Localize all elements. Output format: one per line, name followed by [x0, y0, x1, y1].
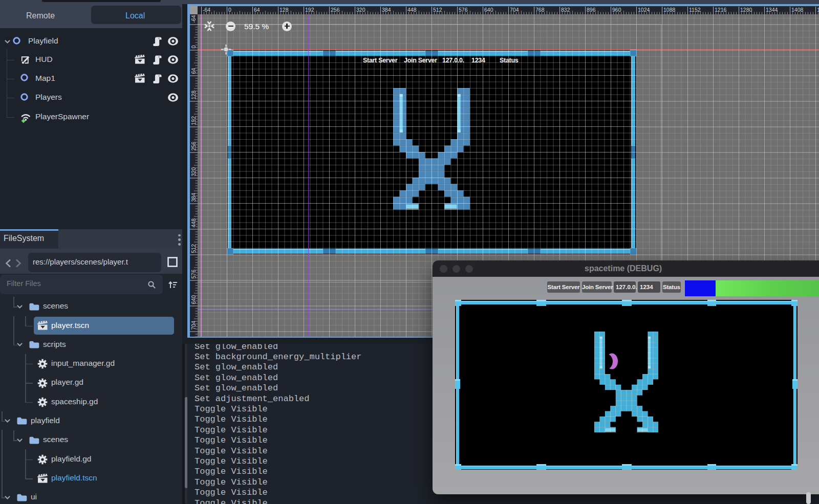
svg-text:-64: -64: [190, 15, 197, 23]
svg-text:960: 960: [612, 7, 621, 13]
svg-text:0: 0: [228, 7, 231, 13]
svg-text:640: 640: [484, 7, 493, 13]
svg-text:64: 64: [190, 68, 197, 74]
svg-text:1472: 1472: [817, 7, 819, 13]
svg-text:256: 256: [331, 7, 340, 13]
svg-text:576: 576: [190, 269, 197, 278]
svg-text:1280: 1280: [740, 7, 752, 13]
svg-text:448: 448: [190, 218, 197, 227]
svg-text:1024: 1024: [638, 7, 650, 13]
svg-text:1152: 1152: [689, 7, 701, 13]
svg-text:768: 768: [535, 7, 545, 13]
svg-text:192: 192: [305, 7, 314, 13]
svg-text:192: 192: [190, 116, 197, 125]
svg-text:832: 832: [561, 7, 570, 13]
svg-text:128: 128: [279, 7, 289, 13]
svg-text:0: 0: [190, 45, 197, 48]
svg-text:1408: 1408: [791, 7, 804, 13]
svg-text:576: 576: [459, 7, 468, 13]
svg-text:1344: 1344: [766, 7, 778, 13]
svg-text:320: 320: [356, 7, 365, 13]
svg-text:256: 256: [190, 141, 197, 150]
svg-text:320: 320: [190, 167, 197, 176]
svg-text:448: 448: [407, 7, 417, 13]
svg-text:704: 704: [510, 7, 519, 13]
svg-text:384: 384: [382, 7, 391, 13]
svg-text:512: 512: [190, 244, 197, 253]
svg-text:128: 128: [190, 90, 197, 99]
svg-text:512: 512: [433, 7, 442, 13]
svg-text:384: 384: [190, 192, 197, 202]
svg-text:896: 896: [587, 7, 596, 13]
svg-text:-64: -64: [203, 7, 210, 13]
svg-text:704: 704: [190, 320, 197, 330]
svg-text:64: 64: [254, 7, 260, 13]
svg-text:640: 640: [190, 295, 197, 304]
svg-text:1088: 1088: [663, 7, 676, 13]
svg-text:1216: 1216: [715, 7, 727, 13]
